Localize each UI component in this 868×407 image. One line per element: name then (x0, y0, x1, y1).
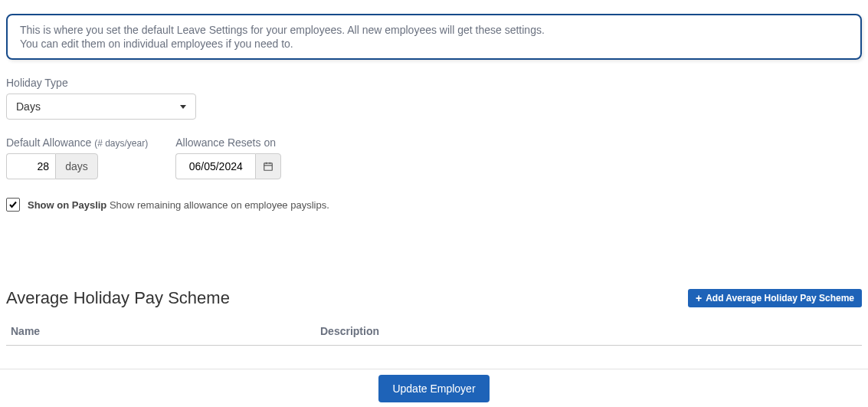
column-header-name: Name (6, 325, 320, 337)
footer: Update Employer (0, 369, 868, 407)
update-employer-button[interactable]: Update Employer (378, 375, 489, 402)
info-line-2: You can edit them on individual employee… (20, 37, 848, 51)
default-allowance-label: Default Allowance (# days/year) (6, 136, 148, 149)
allowance-resets-input[interactable] (175, 153, 255, 179)
svg-rect-0 (264, 163, 273, 170)
default-allowance-unit: days (55, 153, 98, 179)
add-scheme-button[interactable]: + Add Average Holiday Pay Scheme (688, 289, 862, 307)
holiday-type-select[interactable]: Days (6, 94, 196, 120)
holiday-type-label: Holiday Type (6, 77, 862, 89)
calendar-icon (263, 161, 274, 172)
info-box: This is where you set the default Leave … (6, 14, 862, 60)
check-icon (8, 200, 18, 209)
allowance-resets-label: Allowance Resets on (175, 136, 281, 149)
info-line-1: This is where you set the default Leave … (20, 23, 848, 37)
scheme-section-title: Average Holiday Pay Scheme (6, 288, 230, 308)
scheme-table-header: Name Description (6, 325, 862, 346)
default-allowance-input[interactable] (6, 153, 55, 179)
add-scheme-button-label: Add Average Holiday Pay Scheme (706, 293, 854, 304)
calendar-button[interactable] (255, 153, 281, 179)
column-header-description: Description (320, 325, 862, 337)
plus-icon: + (696, 293, 702, 304)
show-on-payslip-checkbox[interactable] (6, 198, 20, 212)
holiday-type-value: Days (16, 100, 41, 113)
show-on-payslip-label: Show on Payslip Show remaining allowance… (28, 199, 329, 211)
chevron-down-icon (180, 105, 186, 109)
